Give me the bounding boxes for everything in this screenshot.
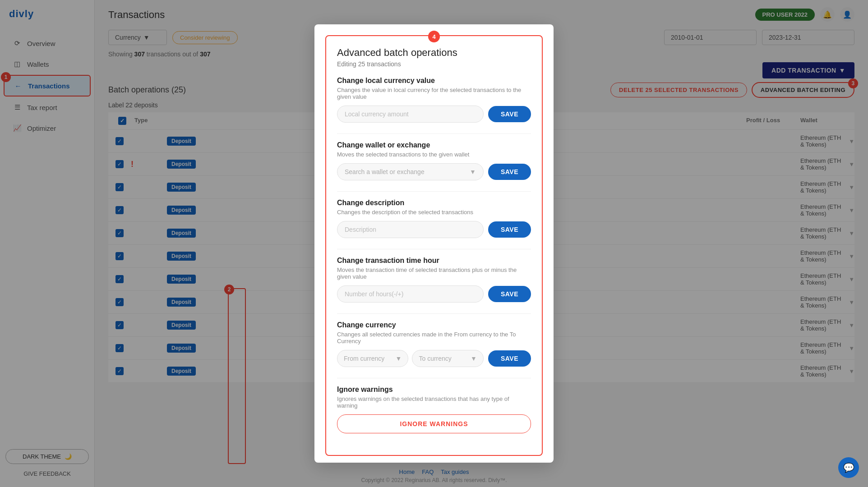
save-label: SAVE [501,168,518,175]
description-section: Change description Changes the descripti… [337,199,531,238]
ignore-warnings-section: Ignore warnings Ignores warnings on the … [337,386,531,433]
currency-row: From currency ▼ To currency ▼ SAVE [337,350,531,367]
section-title-local-currency: Change local currency value [337,77,531,85]
to-currency-label: To currency [419,355,451,362]
section-desc-description: Changes the description of the selected … [337,209,531,216]
ignore-label: IGNORE WARNINGS [400,420,468,427]
section-desc-wallet: Moves the selected transactions to the g… [337,151,531,158]
divider-3 [337,249,531,249]
chat-icon: 💬 [843,462,854,473]
section-title-ignore: Ignore warnings [337,386,531,394]
wallet-exchange-row: Search a wallet or exchange ▼ SAVE [337,163,531,180]
divider-2 [337,191,531,192]
description-input[interactable] [337,221,484,238]
local-currency-save-button[interactable]: SAVE [488,106,531,122]
wallet-search-placeholder: Search a wallet or exchange [345,168,425,175]
section-desc-ignore: Ignores warnings on the selected transac… [337,395,531,409]
section-title-currency: Change currency [337,321,531,329]
modal-title: Advanced batch operations [337,47,531,59]
local-currency-input[interactable] [337,106,484,123]
section-desc-time: Moves the transaction time of selected t… [337,266,531,280]
time-hour-input[interactable] [337,285,484,303]
ignore-warnings-button[interactable]: IGNORE WARNINGS [337,414,531,433]
section-title-wallet: Change wallet or exchange [337,141,531,149]
chat-bubble-button[interactable]: 💬 [838,457,859,478]
currency-section: Change currency Changes all selected cur… [337,321,531,367]
time-save-button[interactable]: SAVE [488,286,531,302]
section-title-description: Change description [337,199,531,207]
wallet-exchange-section: Change wallet or exchange Moves the sele… [337,141,531,180]
divider-4 [337,313,531,314]
divider-1 [337,133,531,134]
save-label: SAVE [501,355,518,362]
wallet-save-button[interactable]: SAVE [488,164,531,180]
divider-5 [337,378,531,378]
save-label: SAVE [501,226,518,233]
to-currency-dropdown[interactable]: To currency ▼ [412,350,483,367]
section-desc-currency: Changes all selected currencies made in … [337,331,531,345]
advanced-batch-modal: 4 Advanced batch operations Editing 25 t… [314,24,554,463]
time-hour-section: Change transaction time hour Moves the t… [337,257,531,303]
from-currency-label: From currency [344,355,384,362]
time-hour-row: SAVE [337,285,531,303]
currency-save-button[interactable]: SAVE [488,350,531,367]
modal-border: 4 Advanced batch operations Editing 25 t… [325,35,543,456]
description-save-button[interactable]: SAVE [488,221,531,238]
chevron-down-icon: ▼ [470,168,476,175]
section-title-time: Change transaction time hour [337,257,531,265]
local-currency-section: Change local currency value Changes the … [337,77,531,123]
local-currency-row: SAVE [337,106,531,123]
modal-badge: 4 [428,31,440,42]
chevron-down-icon: ▼ [396,355,402,362]
wallet-search-select[interactable]: Search a wallet or exchange ▼ [337,163,484,180]
description-row: SAVE [337,221,531,238]
section-desc-local-currency: Changes the value in local currency for … [337,87,531,100]
modal-subtitle: Editing 25 transactions [337,60,531,68]
save-label: SAVE [501,110,518,118]
save-label: SAVE [501,290,518,298]
chevron-down-icon: ▼ [471,355,477,362]
currency-pair: From currency ▼ To currency ▼ [337,350,484,367]
from-currency-dropdown[interactable]: From currency ▼ [337,350,408,367]
